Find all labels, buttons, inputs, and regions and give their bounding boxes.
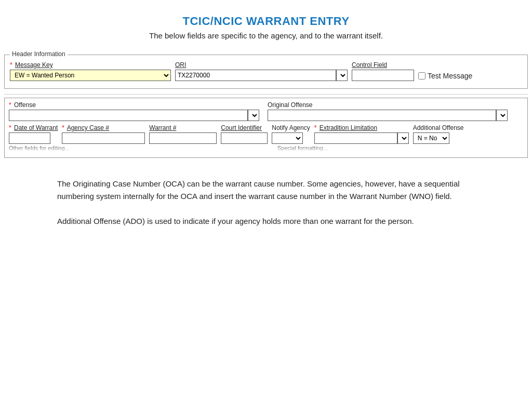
body-paragraph-1: The Originating Case Number (OCA) can be… bbox=[57, 178, 475, 203]
section-divider bbox=[4, 94, 528, 95]
message-key-label: * Message Key bbox=[10, 61, 171, 69]
offense-row2: * Date of Warrant * Agency Case # Warran… bbox=[9, 124, 523, 144]
offense-input[interactable] bbox=[9, 110, 248, 121]
test-message-group: Test Message bbox=[418, 72, 472, 81]
date-of-warrant-label: * Date of Warrant bbox=[9, 124, 58, 131]
additional-offense-label: Additional Offense bbox=[413, 124, 464, 131]
extradition-limitation-input[interactable] bbox=[314, 132, 397, 144]
original-offense-dropdown[interactable] bbox=[496, 110, 508, 121]
ori-label: ORI bbox=[175, 61, 348, 69]
header-info-section: Header Information * Message Key EW = Wa… bbox=[4, 55, 528, 89]
court-identifier-label: Court Identifier bbox=[221, 124, 268, 131]
agency-case-input[interactable] bbox=[62, 132, 145, 144]
cutoff-row: Other fields for editing... Special form… bbox=[9, 144, 523, 152]
offense-group: * Offense bbox=[9, 101, 259, 121]
court-identifier-group: Court Identifier bbox=[221, 124, 268, 144]
original-offense-group: Original Offense bbox=[268, 101, 508, 121]
date-of-warrant-input[interactable] bbox=[9, 132, 50, 144]
original-offense-input[interactable] bbox=[268, 110, 496, 121]
notify-agency-label: Notify Agency bbox=[272, 124, 310, 131]
page-header: TCIC/NCIC WARRANT ENTRY The below fields… bbox=[0, 0, 532, 45]
ori-group: ORI bbox=[175, 61, 348, 81]
body-paragraph-2: Additional Offense (ADO) is used to indi… bbox=[57, 215, 475, 228]
body-text: The Originating Case Number (OCA) can be… bbox=[57, 178, 475, 228]
agency-case-label: * Agency Case # bbox=[62, 124, 145, 131]
offense-section: * Offense Original Offense * Date of War… bbox=[4, 98, 528, 158]
ori-input[interactable] bbox=[175, 70, 336, 81]
control-field-label: Control Field bbox=[352, 61, 414, 69]
offense-label: * Offense bbox=[9, 101, 259, 109]
control-field-input[interactable] bbox=[352, 70, 414, 81]
section-label: Header Information bbox=[10, 50, 68, 58]
test-message-checkbox[interactable] bbox=[418, 72, 425, 79]
extradition-limitation-group: * Extradition Limitation bbox=[314, 124, 409, 144]
notify-agency-select[interactable] bbox=[272, 132, 303, 144]
agency-case-group: * Agency Case # bbox=[62, 124, 145, 144]
header-info-row: * Message Key EW = Wanted Person ORI Con… bbox=[10, 59, 522, 83]
warrant-label: Warrant # bbox=[149, 124, 217, 131]
notify-agency-group: Notify Agency bbox=[272, 124, 310, 144]
extradition-limitation-dropdown[interactable] bbox=[397, 132, 409, 144]
message-key-group: * Message Key EW = Wanted Person bbox=[10, 61, 171, 81]
page-subtitle: The below fields are specific to the age… bbox=[10, 31, 522, 40]
message-key-select[interactable]: EW = Wanted Person bbox=[10, 70, 171, 81]
extradition-limitation-label: * Extradition Limitation bbox=[314, 124, 409, 131]
control-field-group: Control Field bbox=[352, 61, 414, 81]
test-message-label: Test Message bbox=[428, 72, 472, 80]
warrant-group: Warrant # bbox=[149, 124, 217, 144]
offense-dropdown[interactable] bbox=[248, 110, 259, 121]
offense-row1: * Offense Original Offense bbox=[9, 101, 523, 121]
additional-offense-group: Additional Offense N = No bbox=[413, 124, 464, 144]
court-identifier-input[interactable] bbox=[221, 132, 268, 144]
date-of-warrant-group: * Date of Warrant bbox=[9, 124, 58, 144]
warrant-input[interactable] bbox=[149, 132, 217, 144]
ori-dropdown[interactable] bbox=[336, 70, 348, 81]
additional-offense-select[interactable]: N = No bbox=[413, 132, 449, 144]
required-star: * bbox=[10, 61, 12, 69]
page-title: TCIC/NCIC WARRANT ENTRY bbox=[10, 15, 522, 28]
original-offense-label: Original Offense bbox=[268, 101, 508, 109]
